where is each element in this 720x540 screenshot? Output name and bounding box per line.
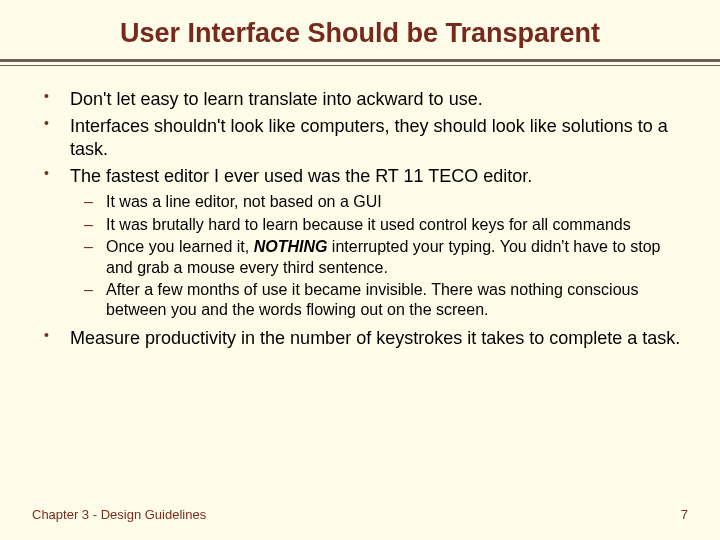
bullet-list: Don't let easy to learn translate into a…: [38, 88, 682, 350]
slide-title: User Interface Should be Transparent: [32, 18, 688, 49]
bullet-item: The fastest editor I ever used was the R…: [70, 165, 682, 321]
sub-bullet-emphasis: NOTHING: [254, 238, 328, 255]
bullet-item: Interfaces shouldn't look like computers…: [70, 115, 682, 161]
sub-bullet-text: It was brutally hard to learn because it…: [106, 216, 631, 233]
bullet-text: Don't let easy to learn translate into a…: [70, 89, 483, 109]
footer-page-number: 7: [681, 507, 688, 522]
title-divider: [0, 59, 720, 66]
footer-chapter: Chapter 3 - Design Guidelines: [32, 507, 206, 522]
slide-footer: Chapter 3 - Design Guidelines 7: [32, 507, 688, 522]
sub-bullet-item: After a few months of use it became invi…: [106, 280, 682, 321]
sub-bullet-text-pre: Once you learned it,: [106, 238, 254, 255]
sub-bullet-item: It was a line editor, not based on a GUI: [106, 192, 682, 212]
slide: User Interface Should be Transparent Don…: [0, 0, 720, 540]
bullet-text: Measure productivity in the number of ke…: [70, 328, 680, 348]
sub-bullet-item: Once you learned it, NOTHING interrupted…: [106, 237, 682, 278]
sub-bullet-text: It was a line editor, not based on a GUI: [106, 193, 382, 210]
bullet-item: Don't let easy to learn translate into a…: [70, 88, 682, 111]
slide-content: Don't let easy to learn translate into a…: [32, 88, 688, 350]
sub-bullet-list: It was a line editor, not based on a GUI…: [70, 192, 682, 321]
bullet-item: Measure productivity in the number of ke…: [70, 327, 682, 350]
bullet-text: Interfaces shouldn't look like computers…: [70, 116, 668, 159]
sub-bullet-text: After a few months of use it became invi…: [106, 281, 638, 318]
bullet-text: The fastest editor I ever used was the R…: [70, 166, 532, 186]
sub-bullet-item: It was brutally hard to learn because it…: [106, 215, 682, 235]
